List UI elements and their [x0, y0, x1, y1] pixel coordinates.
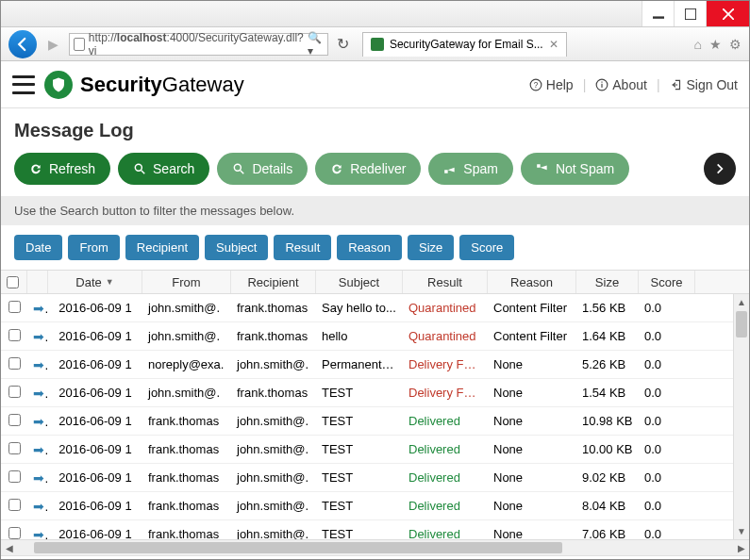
column-direction[interactable] — [27, 271, 48, 293]
cell-subject: TEST — [316, 442, 403, 456]
spam-button[interactable]: Spam — [428, 153, 513, 185]
menu-toggle-button[interactable] — [12, 75, 35, 94]
filter-date[interactable]: Date — [14, 235, 62, 260]
shield-icon — [44, 71, 73, 99]
table-row[interactable]: ➡2016-06-09 1frank.thomasjohn.smith@.TES… — [1, 520, 749, 539]
column-recipient[interactable]: Recipient — [231, 271, 316, 293]
column-score[interactable]: Score — [639, 271, 695, 293]
cell-recipient: frank.thomas — [231, 386, 316, 400]
direction-inbound-icon: ➡ — [33, 470, 48, 486]
vertical-scrollbar[interactable]: ▲ ▼ — [733, 294, 749, 539]
cell-size: 7.06 KB — [576, 527, 639, 539]
cell-size: 10.98 KB — [576, 414, 639, 428]
refresh-button[interactable]: Refresh — [14, 153, 110, 185]
cell-size: 9.02 KB — [576, 470, 639, 485]
filter-recipient[interactable]: Recipient — [125, 235, 199, 260]
scroll-right-button[interactable]: ▶ — [733, 543, 749, 553]
home-icon[interactable]: ⌂ — [694, 37, 702, 52]
table-row[interactable]: ➡2016-06-09 1john.smith@.frank.thomasSay… — [1, 294, 749, 322]
cell-size: 1.56 KB — [576, 301, 639, 315]
column-result[interactable]: Result — [403, 271, 488, 293]
about-link[interactable]: About — [595, 77, 647, 92]
browser-back-button[interactable] — [8, 30, 37, 58]
row-checkbox[interactable] — [8, 470, 21, 483]
row-checkbox[interactable] — [8, 357, 21, 370]
table-row[interactable]: ➡2016-06-09 1frank.thomasjohn.smith@.TES… — [1, 407, 749, 436]
cell-date: 2016-06-09 1 — [48, 527, 142, 539]
cell-result: Delivered — [403, 414, 488, 428]
select-all-checkbox[interactable] — [7, 276, 19, 288]
column-reason[interactable]: Reason — [488, 271, 576, 293]
cell-size: 5.26 KB — [576, 357, 639, 371]
cell-reason: None — [488, 527, 576, 539]
row-checkbox[interactable] — [8, 301, 21, 313]
filter-subject[interactable]: Subject — [205, 235, 268, 260]
details-button[interactable]: Details — [217, 153, 308, 185]
settings-gear-icon[interactable]: ⚙ — [729, 37, 742, 52]
horizontal-scrollbar[interactable]: ◀ ▶ — [1, 539, 749, 555]
help-link[interactable]: ?Help — [529, 77, 574, 92]
scroll-up-button[interactable]: ▲ — [734, 294, 749, 310]
table-row[interactable]: ➡2016-06-09 1frank.thomasjohn.smith@.TES… — [1, 492, 749, 520]
hscroll-track[interactable] — [17, 540, 733, 555]
search-button[interactable]: Search — [118, 153, 209, 185]
svg-rect-8 — [602, 81, 603, 82]
cell-reason: None — [488, 386, 576, 400]
app-header: SecurityGateway ?Help | About | Sign Out — [1, 61, 749, 108]
window-maximize-button[interactable] — [674, 1, 706, 26]
column-size[interactable]: Size — [576, 271, 639, 293]
table-row[interactable]: ➡2016-06-09 1frank.thomasjohn.smith@.TES… — [1, 436, 749, 464]
browser-refresh-button[interactable]: ↻ — [334, 35, 353, 54]
cell-subject: Permanent D. — [316, 357, 403, 371]
browser-urlbar[interactable]: http://localhost:4000/SecurityGateway.dl… — [69, 33, 328, 56]
table-row[interactable]: ➡2016-06-09 1frank.thomasjohn.smith@.TES… — [1, 464, 749, 492]
svg-line-12 — [241, 171, 244, 174]
row-checkbox[interactable] — [8, 329, 21, 341]
scroll-thumb[interactable] — [736, 311, 747, 338]
column-subject[interactable]: Subject — [316, 271, 403, 293]
filter-reason[interactable]: Reason — [337, 235, 402, 260]
table-row[interactable]: ➡2016-06-09 1john.smith@.frank.thomasTES… — [1, 379, 749, 407]
row-checkbox[interactable] — [8, 527, 21, 539]
cell-score: 0.0 — [639, 386, 695, 400]
browser-tab[interactable]: SecurityGateway for Email S... ✕ — [362, 32, 567, 57]
browser-forward-button[interactable]: ▶ — [42, 34, 63, 55]
table-row[interactable]: ➡2016-06-09 1noreply@exa.john.smith@.Per… — [1, 351, 749, 379]
favorites-icon[interactable]: ★ — [709, 37, 722, 52]
filter-from[interactable]: From — [68, 235, 119, 260]
more-actions-button[interactable] — [704, 153, 736, 185]
tab-close-button[interactable]: ✕ — [549, 38, 558, 51]
browser-tools: ⌂ ★ ⚙ — [694, 37, 742, 52]
filter-score[interactable]: Score — [459, 235, 514, 260]
filter-size[interactable]: Size — [408, 235, 454, 260]
column-date[interactable]: Date▼ — [48, 271, 142, 293]
cell-score: 0.0 — [639, 527, 695, 539]
signout-link[interactable]: Sign Out — [670, 77, 738, 92]
header-links: ?Help | About | Sign Out — [529, 77, 738, 92]
window-close-button[interactable] — [706, 1, 749, 26]
cell-date: 2016-06-09 1 — [48, 470, 142, 485]
cell-from: john.smith@. — [142, 301, 231, 315]
cell-result: Delivery Fail.. — [403, 357, 488, 371]
table-row[interactable]: ➡2016-06-09 1john.smith@.frank.thomashel… — [1, 322, 749, 351]
column-select-all[interactable] — [1, 271, 27, 293]
cell-from: frank.thomas — [142, 442, 231, 456]
row-checkbox[interactable] — [8, 414, 21, 426]
row-checkbox[interactable] — [8, 499, 21, 511]
not-spam-button[interactable]: Not Spam — [521, 153, 629, 185]
column-from[interactable]: From — [142, 271, 231, 293]
cell-recipient: john.smith@. — [231, 470, 316, 485]
cell-result: Quarantined — [403, 301, 488, 315]
row-checkbox[interactable] — [8, 442, 21, 454]
filter-result[interactable]: Result — [274, 235, 331, 260]
row-checkbox[interactable] — [8, 386, 21, 398]
scroll-down-button[interactable]: ▼ — [734, 523, 749, 539]
redeliver-button[interactable]: Redeliver — [315, 153, 421, 185]
window-minimize-button[interactable] — [642, 1, 674, 26]
favicon-icon — [371, 38, 384, 51]
search-dropdown-icon[interactable]: 🔍▾ — [308, 31, 324, 58]
svg-rect-1 — [685, 8, 696, 20]
toolbar: Refresh Search Details Redeliver Spam No… — [1, 153, 749, 196]
scroll-left-button[interactable]: ◀ — [1, 543, 17, 553]
hscroll-thumb[interactable] — [34, 542, 562, 553]
